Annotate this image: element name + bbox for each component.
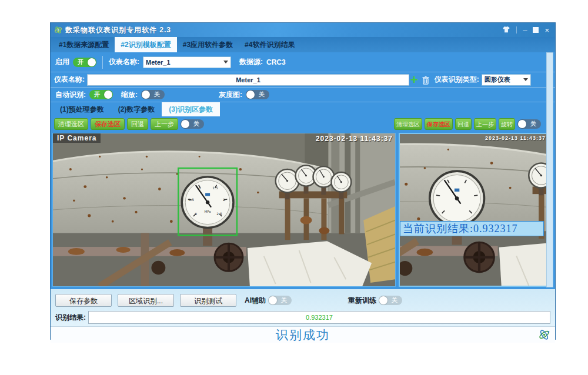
chevron-down-icon [523,78,528,81]
auto-recognition-label: 自动识别: [55,90,86,100]
sub-tab-bar: (1)预处理参数 (2)数字参数 (3)识别区参数 [51,102,555,116]
scale-toggle[interactable]: 关 [141,90,165,99]
undo-button[interactable]: 回退 [455,118,472,130]
delete-meter-button[interactable] [422,75,430,85]
right-toolbar-toggle[interactable]: 关 [517,119,541,129]
previous-step-button[interactable]: 上一步 [151,118,178,130]
tab-software-results[interactable]: #4软件识别结果 [239,37,300,52]
auto-recognition-toggle[interactable]: 开 [89,90,113,99]
datasource-label: 数据源: [239,57,263,67]
titlebar: 数采物联仪表识别专用软件 2.3 – × [51,23,555,37]
grayscale-toggle[interactable]: 关 [246,90,269,99]
toggle-knob [518,120,526,128]
tab-recognition-template[interactable]: #2识别模板配置 [115,37,176,52]
current-result-banner: 当前识别结果:0.932317 [400,221,544,236]
close-button[interactable]: × [544,26,549,34]
ai-assist-toggle[interactable]: 关 [268,296,292,305]
window-title: 数采物联仪表识别专用软件 2.3 [65,25,171,35]
add-meter-button[interactable]: + [410,75,418,85]
toggle-knob [181,120,189,128]
minimize-button[interactable]: – [523,26,527,34]
toggle-knob [142,91,150,99]
atom-icon [538,329,550,343]
toggle-knob [88,58,96,66]
trash-icon [422,75,430,85]
subtab-preprocess[interactable]: (1)预处理参数 [53,102,111,116]
ip-camera-label: IP Camera [53,133,101,143]
options-row: 自动识别: 开 缩放: 关 灰度图: 关 [51,88,555,102]
tab-app-software-params[interactable]: #3应用软件参数 [177,37,239,52]
svg-text:1: 1 [199,186,201,190]
bottom-panel: 保存参数 区域识别... 识别测试 AI辅助 关 重新训练 关 识别结果: 识别… [51,289,555,341]
status-message: 识别成功 [276,327,330,343]
datasource-value: CRC3 [266,58,286,66]
meter-name-input[interactable] [87,74,409,86]
meter-name-label: 仪表名称: [109,57,139,67]
save-selection-button[interactable]: 保存选区 [425,118,453,130]
left-toolbar-toggle[interactable]: 关 [181,119,204,129]
toggle-knob [246,91,255,99]
clear-selection-button[interactable]: 清理选区 [394,118,422,130]
result-value-input[interactable] [88,311,550,324]
camera-image-zoom [400,134,546,286]
toggle-knob [379,296,387,304]
status-bar: 识别成功 [51,326,555,343]
enable-label: 启用 [55,57,69,67]
camera-image: 0 0.5 1 1.5 2 2.5 MPa [53,133,395,286]
save-selection-button[interactable]: 保存选区 [91,118,125,130]
divider [102,56,103,69]
meter-select[interactable]: Meter_1 [143,56,231,68]
svg-text:2.5: 2.5 [216,212,222,216]
retrain-label: 重新训练 [348,296,376,306]
right-toolbar: 清理选区 保存选区 回退 上一步 旋转 关 [394,118,541,130]
svg-text:2: 2 [223,197,225,202]
meter-type-select[interactable]: 圆形仪表 [482,74,531,86]
svg-text:0.5: 0.5 [188,197,194,202]
result-label: 识别结果: [55,313,86,323]
enable-toggle[interactable]: 开 [73,58,96,67]
main-tab-bar: #1数据来源配置 #2识别模板配置 #3应用软件参数 #4软件识别结果 [51,37,555,52]
subtab-digital[interactable]: (2)数字参数 [111,102,162,116]
undo-button[interactable]: 回退 [127,118,148,130]
clear-selection-button[interactable]: 清理选区 [54,118,88,130]
svg-text:1.5: 1.5 [212,186,218,190]
maximize-button[interactable] [533,27,539,33]
selection-toolbars: 清理选区 保存选区 回退 上一步 关 清理选区 保存选区 回退 上一步 旋转 关 [51,116,555,133]
subtab-recognition-zone[interactable]: (3)识别区参数 [162,102,220,116]
controls-divider [516,26,517,34]
camera-timestamp: 2023-02-13 11:43:37 [316,135,393,143]
save-params-button[interactable]: 保存参数 [55,294,112,307]
skin-icon[interactable] [502,26,510,35]
rotate-button[interactable]: 旋转 [499,118,515,130]
region-recognition-button[interactable]: 区域识别... [118,294,174,307]
app-window: 数采物联仪表识别专用软件 2.3 – × #1数据来源配置 #2识别模板配置 #… [50,22,556,340]
app-logo-icon [54,26,62,34]
chevron-down-icon [223,61,228,63]
camera-timestamp: 2023-02-13 11:43:37 [485,135,546,141]
right-scrollbar[interactable] [546,52,553,287]
left-toolbar: 清理选区 保存选区 回退 上一步 关 [54,118,204,130]
scale-label: 缩放: [121,90,138,100]
enable-row: 启用 开 仪表名称: Meter_1 数据源: CRC3 [51,52,555,72]
toggle-knob [269,296,277,304]
ai-assist-label: AI辅助 [245,296,266,306]
camera-view-zoom[interactable]: 2023-02-13 11:43:37 当前识别结果:0.932317 [399,133,547,287]
meter-input-label: 仪表名称: [54,75,85,85]
previous-step-button[interactable]: 上一步 [474,118,496,130]
tab-data-source[interactable]: #1数据来源配置 [53,37,115,52]
recognition-test-button[interactable]: 识别测试 [180,294,236,307]
svg-text:0: 0 [195,212,197,216]
retrain-toggle[interactable]: 关 [379,296,402,305]
meter-type-label: 仪表识别类型: [435,75,479,85]
camera-views: 0 0.5 1 1.5 2 2.5 MPa IP Camera 2023-02-… [51,133,555,289]
camera-view-main[interactable]: 0 0.5 1 1.5 2 2.5 MPa IP Camera 2023-02-… [52,133,396,287]
toggle-knob [104,91,112,99]
svg-text:MPa: MPa [205,210,211,213]
meter-name-row: 仪表名称: + 仪表识别类型: 圆形仪表 [51,72,555,88]
grayscale-label: 灰度图: [219,90,242,100]
